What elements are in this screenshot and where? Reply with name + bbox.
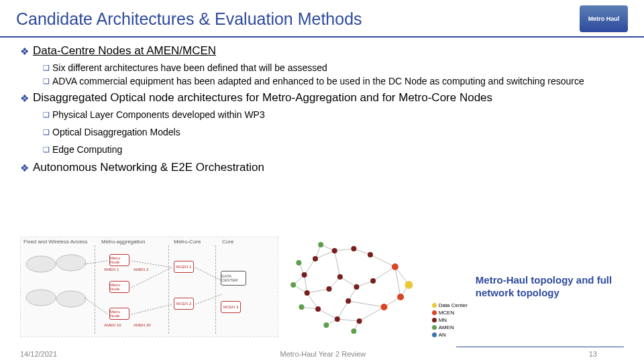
svg-line-18: [349, 301, 384, 307]
node-mn: [370, 278, 376, 284]
node-mn: [352, 246, 357, 251]
svg-point-2: [26, 290, 56, 306]
dot-icon: [432, 303, 437, 308]
square-icon: ❑: [43, 126, 50, 138]
bullet-l2: ❑Edge Computing: [43, 143, 624, 156]
item-text: Optical Disaggregation Models: [52, 126, 180, 138]
legend-item: MCEN: [432, 309, 468, 316]
amen-label: AMEN 19: [104, 323, 121, 327]
svg-point-0: [26, 256, 56, 272]
svg-line-4: [85, 261, 108, 264]
amen-label: AMEN 1: [104, 267, 119, 272]
diamond-icon: ❖: [20, 161, 29, 176]
svg-line-17: [360, 307, 384, 321]
svg-point-1: [56, 255, 86, 271]
amen-label: AMEN 20: [133, 323, 151, 327]
section-label: Disaggregated Optical node architectures…: [33, 91, 492, 105]
legend-label: AN: [439, 331, 446, 339]
legend-label: MCEN: [439, 309, 455, 316]
topology-svg: [288, 237, 425, 337]
svg-line-20: [335, 249, 354, 251]
node-mn: [332, 248, 337, 253]
cloud-icons: [21, 237, 278, 337]
sub-list: ❑Six different architectures have been d…: [20, 62, 624, 87]
square-icon: ❑: [43, 143, 50, 156]
node-mcen: [397, 294, 404, 300]
square-icon: ❑: [43, 109, 50, 121]
mcen-box: MCEN 2: [174, 298, 194, 310]
dot-icon: [432, 325, 437, 330]
bullet-l2: ❑Physical Layer Components developed wit…: [43, 109, 624, 121]
bullet-l2: ❑Optical Disaggregation Models: [43, 126, 624, 138]
dot-icon: [432, 333, 437, 337]
node-mcen: [381, 304, 388, 310]
dot-icon: [432, 310, 437, 315]
metro-node-box: Metro Node: [109, 281, 129, 293]
svg-line-25: [318, 309, 337, 319]
topology-graph: Data Center MCEN MN AMEN AN: [288, 237, 466, 337]
amen-label: AMEN 2: [133, 267, 148, 272]
svg-line-32: [307, 289, 329, 293]
datacenter-box: DATA CENTER: [221, 271, 246, 286]
svg-line-6: [131, 261, 172, 267]
node-mn: [315, 306, 321, 312]
item-text: Edge Computing: [52, 143, 122, 156]
node-amen: [319, 242, 324, 247]
svg-line-26: [337, 319, 360, 321]
node-data-center: [405, 281, 413, 289]
legend-item: MN: [432, 316, 468, 324]
bullet-l1: ❖ Disaggregated Optical node architectur…: [20, 91, 624, 106]
diamond-icon: ❖: [20, 91, 29, 106]
dot-icon: [432, 318, 437, 322]
footer: 14/12/2021 Metro-Haul Year 2 Review 13: [0, 350, 644, 358]
item-text: ADVA commercial equipment has been adapt…: [52, 75, 584, 87]
metro-node-box: Metro Node: [109, 254, 129, 266]
square-icon: ❑: [43, 75, 50, 87]
content-body: ❖ Data-Centre Nodes at AMEN/MCEN ❑Six di…: [0, 38, 644, 176]
section-label: Data-Centre Nodes at AMEN/MCEN: [33, 44, 216, 58]
node-mn: [337, 274, 343, 280]
node-mn: [357, 318, 362, 324]
svg-line-8: [131, 304, 172, 314]
node-mn: [302, 272, 307, 278]
section-label: Autonomous Networking & E2E Orchestratio…: [33, 161, 264, 174]
header: Candidate Architectures & Evaluation Met…: [0, 0, 644, 38]
legend-item: Data Center: [432, 302, 468, 309]
svg-line-5: [85, 298, 108, 314]
svg-line-27: [335, 251, 340, 277]
svg-line-10: [195, 294, 222, 304]
svg-line-15: [370, 255, 395, 267]
node-mn: [305, 290, 310, 296]
node-mn: [327, 286, 332, 292]
node-mn: [335, 316, 340, 322]
legend-label: Data Center: [439, 302, 468, 309]
svg-line-22: [305, 259, 315, 275]
legend: Data Center MCEN MN AMEN AN: [432, 302, 468, 339]
node-amen: [297, 260, 302, 265]
bullet-l2: ❑ADVA commercial equipment has been adap…: [43, 75, 624, 87]
item-text: Six different architectures have been de…: [52, 62, 327, 74]
footer-date: 14/12/2021: [20, 350, 57, 358]
mcen-box: MCEN 3: [221, 301, 241, 313]
svg-line-33: [337, 301, 348, 319]
metro-node-box: Metro Node: [109, 308, 129, 320]
svg-line-28: [340, 277, 357, 287]
svg-point-3: [56, 291, 86, 307]
item-text: Physical Layer Components developed with…: [52, 109, 265, 121]
svg-line-24: [307, 293, 318, 309]
svg-line-16: [373, 267, 395, 281]
node-amen: [352, 328, 357, 334]
diamond-icon: ❖: [20, 44, 29, 59]
logo: Metro Haul: [580, 5, 628, 32]
node-mn: [313, 256, 318, 261]
sub-list: ❑Physical Layer Components developed wit…: [20, 109, 624, 156]
bullet-l1: ❖ Autonomous Networking & E2E Orchestrat…: [20, 161, 624, 176]
bullet-l1: ❖ Data-Centre Nodes at AMEN/MCEN: [20, 44, 624, 59]
logo-text: Metro Haul: [588, 15, 620, 22]
page-number: 13: [589, 350, 597, 358]
footer-center: Metro-Haul Year 2 Review: [280, 350, 366, 358]
node-mcen: [392, 263, 398, 270]
mcen-box: MCEN 1: [174, 261, 194, 273]
slide-title: Candidate Architectures & Evaluation Met…: [16, 9, 362, 29]
node-mn: [354, 284, 360, 290]
